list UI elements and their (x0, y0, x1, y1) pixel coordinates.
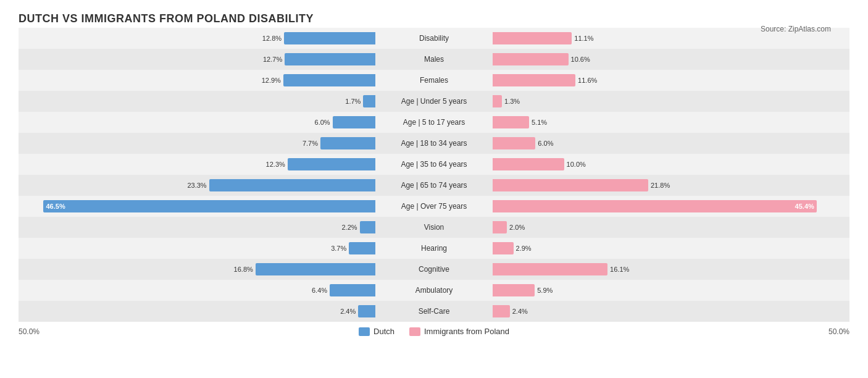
row-label: Self-Care (375, 307, 493, 316)
blue-bar (330, 284, 375, 296)
bar-row: 6.0%Age | 5 to 17 years5.1% (19, 112, 849, 133)
blue-bar (363, 95, 375, 107)
pink-bar (493, 53, 569, 65)
row-label: Females (375, 76, 493, 85)
bar-value-left: 7.7% (303, 140, 318, 147)
right-bar-container: 5.9% (493, 280, 849, 301)
dutch-color-box (359, 327, 370, 336)
left-bar-container: 7.7% (19, 133, 375, 154)
pink-bar (493, 74, 575, 86)
blue-bar (284, 32, 375, 44)
pink-bar (493, 221, 507, 233)
pink-bar (493, 284, 535, 296)
bar-value-left: 2.2% (342, 224, 357, 231)
bar-row: 2.2%Vision2.0% (19, 217, 849, 238)
immigrants-color-box (409, 327, 420, 336)
bar-value-right: 2.4% (512, 308, 528, 315)
row-label: Age | 35 to 64 years (375, 160, 493, 169)
left-bar-container: 23.3% (19, 175, 375, 196)
blue-bar (209, 179, 375, 191)
bar-value-left-inside: 46.5% (46, 203, 65, 210)
chart-footer: 50.0% Dutch Immigrants from Poland 50.0% (19, 327, 849, 336)
right-bar-container: 11.1% (493, 28, 849, 49)
bar-row: 12.3%Age | 35 to 64 years10.0% (19, 154, 849, 175)
pink-bar (493, 242, 514, 254)
pink-bar (493, 32, 572, 44)
bar-value-right: 2.0% (509, 224, 525, 231)
pink-bar (493, 158, 564, 170)
bar-value-right: 5.1% (532, 119, 547, 126)
bar-value-right: 21.8% (651, 182, 670, 189)
bar-value-right: 10.0% (567, 161, 586, 168)
left-bar-container: 12.3% (19, 154, 375, 175)
bar-row: 3.7%Hearing2.9% (19, 238, 849, 259)
left-scale: 50.0% (19, 327, 40, 336)
right-bar-container: 11.6% (493, 70, 849, 91)
left-bar-container: 46.5% (19, 196, 375, 217)
bar-row: 12.9%Females11.6% (19, 70, 849, 91)
blue-bar (283, 74, 375, 86)
bar-value-left: 12.8% (262, 35, 282, 42)
right-bar-container: 2.0% (493, 217, 849, 238)
bar-row: 46.5%Age | Over 75 years45.4% (19, 196, 849, 217)
bar-value-right: 10.6% (571, 56, 590, 63)
bar-value-right-inside: 45.4% (795, 203, 814, 210)
left-bar-container: 6.4% (19, 280, 375, 301)
pink-bar (493, 116, 529, 128)
bar-row: 2.4%Self-Care2.4% (19, 301, 849, 322)
bar-row: 6.4%Ambulatory5.9% (19, 280, 849, 301)
bar-value-left: 6.0% (315, 119, 330, 126)
right-bar-container: 2.4% (493, 301, 849, 322)
pink-bar (493, 305, 510, 317)
blue-bar (349, 242, 375, 254)
left-bar-container: 2.2% (19, 217, 375, 238)
left-bar-container: 12.8% (19, 28, 375, 49)
blue-bar (320, 137, 375, 149)
right-bar-container: 5.1% (493, 112, 849, 133)
bar-value-left: 12.3% (266, 161, 285, 168)
blue-bar (285, 53, 375, 65)
bar-value-right: 11.1% (574, 35, 593, 42)
blue-bar (256, 263, 375, 275)
bar-value-right: 6.0% (538, 140, 553, 147)
blue-bar (333, 116, 375, 128)
right-bar-container: 2.9% (493, 238, 849, 259)
left-bar-container: 1.7% (19, 91, 375, 112)
blue-bar (358, 305, 375, 317)
legend-dutch: Dutch (359, 327, 394, 336)
right-bar-container: 45.4% (493, 196, 849, 217)
chart-title: DUTCH VS IMMIGRANTS FROM POLAND DISABILI… (19, 12, 849, 25)
bar-row: 12.7%Males10.6% (19, 49, 849, 70)
bar-value-left: 6.4% (312, 287, 327, 294)
left-bar-container: 6.0% (19, 112, 375, 133)
blue-bar: 46.5% (43, 200, 375, 212)
right-bar-container: 10.0% (493, 154, 849, 175)
pink-bar (493, 179, 648, 191)
blue-bar (360, 221, 375, 233)
left-bar-container: 3.7% (19, 238, 375, 259)
left-bar-container: 2.4% (19, 301, 375, 322)
row-label: Hearing (375, 244, 493, 253)
bar-value-left: 2.4% (340, 308, 356, 315)
bar-value-left: 23.3% (187, 182, 206, 189)
bar-value-left: 3.7% (331, 245, 346, 252)
bar-value-right: 11.6% (578, 77, 597, 84)
immigrants-label: Immigrants from Poland (424, 327, 509, 336)
bar-value-left: 16.8% (234, 266, 253, 273)
right-bar-container: 6.0% (493, 133, 849, 154)
bar-value-left: 12.7% (263, 56, 282, 63)
pink-bar: 45.4% (493, 200, 817, 212)
bar-value-left: 1.7% (345, 98, 361, 105)
bar-row: 1.7%Age | Under 5 years1.3% (19, 91, 849, 112)
left-bar-container: 12.7% (19, 49, 375, 70)
row-label: Disability (375, 34, 493, 43)
row-label: Vision (375, 223, 493, 232)
right-bar-container: 21.8% (493, 175, 849, 196)
bar-row: 12.8%Disability11.1% (19, 28, 849, 49)
left-bar-container: 16.8% (19, 259, 375, 280)
bar-value-right: 1.3% (504, 98, 520, 105)
pink-bar (493, 137, 535, 149)
dutch-label: Dutch (373, 327, 394, 336)
row-label: Age | 18 to 34 years (375, 139, 493, 148)
bar-row: 16.8%Cognitive16.1% (19, 259, 849, 280)
